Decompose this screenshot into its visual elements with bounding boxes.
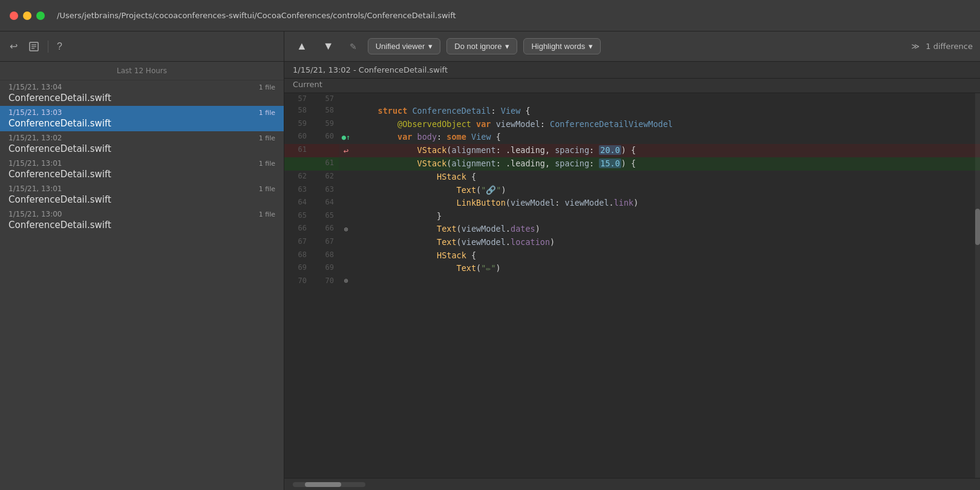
navigate-down-button[interactable]: ▼ [318, 38, 339, 55]
code-line [353, 275, 980, 287]
window-controls [10, 11, 45, 20]
item-filename: ConferenceDetail.swift [8, 194, 275, 205]
close-button[interactable] [10, 11, 18, 20]
code-line: Text(viewModel.dates) [353, 223, 980, 236]
code-line: var body: some View { [353, 131, 980, 144]
ignore-dropdown[interactable]: Do not ignore ▾ [446, 38, 517, 54]
content-area: ▲ ▼ ✎ Unified viewer ▾ Do not ignore ▾ H… [284, 31, 980, 490]
list-item[interactable]: 1/15/21, 13:01 1 file ConferenceDetail.s… [0, 182, 284, 207]
chevron-down-icon: ▾ [505, 42, 509, 51]
list-item[interactable]: 1/15/21, 13:04 1 file ConferenceDetail.s… [0, 80, 284, 106]
code-line [353, 93, 980, 105]
code-line: VStack(alignment: .leading, spacing: 20.… [353, 144, 980, 157]
item-filename: ConferenceDetail.swift [8, 143, 275, 154]
item-date: 1/15/21, 13:00 [8, 210, 62, 218]
chevron-down-icon: ▾ [428, 42, 433, 51]
gutter [339, 105, 353, 118]
item-filename: ConferenceDetail.swift [8, 118, 275, 129]
line-numbers: 62 62 [284, 171, 339, 184]
line-numbers: 57 57 [284, 93, 339, 105]
vertical-scrollbar[interactable] [975, 93, 980, 478]
code-row: 69 69 Text("✏️") [284, 262, 980, 275]
gutter: ●↑ [339, 131, 353, 144]
code-row: 62 62 HStack { [284, 171, 980, 184]
gutter [339, 262, 353, 275]
highlight-dropdown[interactable]: Highlight words ▾ [523, 38, 601, 54]
gutter [339, 197, 353, 210]
gutter: ⊛ [339, 223, 353, 236]
sidebar: ↩ ? Last 12 Hours 1/15/21, 13:04 1 file [0, 31, 284, 490]
maximize-button[interactable] [36, 11, 45, 20]
undo-button[interactable]: ↩ [7, 38, 20, 54]
code-line: @ObservedObject var viewModel: Conferenc… [353, 118, 980, 131]
diff-count: ≫ 1 difference [912, 42, 973, 51]
item-date: 1/15/21, 13:01 [8, 159, 62, 168]
scrollbar-thumb[interactable] [975, 209, 980, 245]
list-item[interactable]: 1/15/21, 13:01 1 file ConferenceDetail.s… [0, 157, 284, 182]
scrollbar-h-thumb[interactable] [305, 482, 341, 487]
item-filename: ConferenceDetail.swift [8, 93, 275, 103]
line-numbers: 61 61 [284, 157, 339, 171]
item-count: 1 file [259, 185, 275, 193]
code-row: 60 60 ●↑ var body: some View { [284, 131, 980, 144]
item-count: 1 file [259, 83, 275, 91]
code-line: Text("✏️") [353, 262, 980, 275]
highlight-dropdown-label: Highlight words [531, 42, 585, 51]
line-numbers: 61 61 [284, 144, 339, 157]
item-date: 1/15/21, 13:01 [8, 185, 62, 193]
item-filename: ConferenceDetail.swift [8, 220, 275, 230]
gutter [339, 118, 353, 131]
gutter [339, 93, 353, 105]
gutter [339, 184, 353, 197]
sidebar-list[interactable]: 1/15/21, 13:04 1 file ConferenceDetail.s… [0, 80, 284, 490]
file-label: Current [284, 79, 980, 93]
code-line: } [353, 210, 980, 223]
gutter: ⊛ [339, 275, 353, 287]
code-line: Text(viewModel.location) [353, 236, 980, 249]
code-row: 68 68 HStack { [284, 249, 980, 263]
horizontal-scrollbar[interactable] [293, 482, 365, 487]
list-item[interactable]: 1/15/21, 13:02 1 file ConferenceDetail.s… [0, 131, 284, 157]
item-count: 1 file [259, 160, 275, 168]
code-area[interactable]: 57 57 58 58 struct ConferenceDetail: Vie… [284, 93, 980, 478]
local-history-button[interactable] [26, 39, 42, 54]
item-count: 1 file [259, 134, 275, 142]
code-line: struct ConferenceDetail: View { [353, 105, 980, 118]
line-numbers: 66 66 [284, 223, 339, 236]
file-timestamp: 1/15/21, 13:02 - ConferenceDetail.swift [284, 62, 980, 79]
line-numbers: 63 63 [284, 184, 339, 197]
code-row: 59 59 @ObservedObject var viewModel: Con… [284, 118, 980, 131]
item-date: 1/15/21, 13:04 [8, 83, 62, 91]
list-item[interactable]: 1/15/21, 13:03 1 file ConferenceDetail.s… [0, 106, 284, 131]
line-numbers: 68 68 [284, 249, 339, 263]
gutter: ↩ [339, 144, 353, 157]
line-numbers: 64 64 [284, 197, 339, 210]
code-row-changed-new: 61 61 VStack(alignment: .leading, spacin… [284, 157, 980, 171]
list-item[interactable]: 1/15/21, 13:00 1 file ConferenceDetail.s… [0, 207, 284, 233]
code-row: 64 64 LinkButton(viewModel: viewModel.li… [284, 197, 980, 210]
line-numbers: 67 67 [284, 236, 339, 249]
diff-arrows: ≫ [912, 42, 920, 51]
viewer-dropdown-label: Unified viewer [376, 42, 425, 51]
viewer-dropdown[interactable]: Unified viewer ▾ [368, 38, 441, 54]
item-filename: ConferenceDetail.swift [8, 169, 275, 180]
code-row: 70 70 ⊛ [284, 275, 980, 287]
item-count: 1 file [259, 211, 275, 218]
sidebar-header: Last 12 Hours [0, 62, 284, 80]
gutter [339, 157, 353, 171]
line-numbers: 65 65 [284, 210, 339, 223]
item-date: 1/15/21, 13:03 [8, 108, 62, 117]
line-numbers: 58 58 [284, 105, 339, 118]
code-line: VStack(alignment: .leading, spacing: 15.… [353, 157, 980, 171]
code-row: 65 65 } [284, 210, 980, 223]
edit-button[interactable]: ✎ [345, 39, 362, 54]
minimize-button[interactable] [23, 11, 31, 20]
help-button[interactable]: ? [54, 39, 65, 54]
titlebar-path: /Users/jetbrains/Projects/cocoaconferenc… [57, 11, 456, 20]
toolbar-separator [48, 41, 48, 53]
code-row: 57 57 [284, 93, 980, 105]
main-layout: ↩ ? Last 12 Hours 1/15/21, 13:04 1 file [0, 31, 980, 490]
sidebar-toolbar: ↩ ? [0, 31, 284, 62]
code-row-changed-old: 61 61 ↩ VStack(alignment: .leading, spac… [284, 144, 980, 157]
navigate-up-button[interactable]: ▲ [292, 38, 312, 55]
